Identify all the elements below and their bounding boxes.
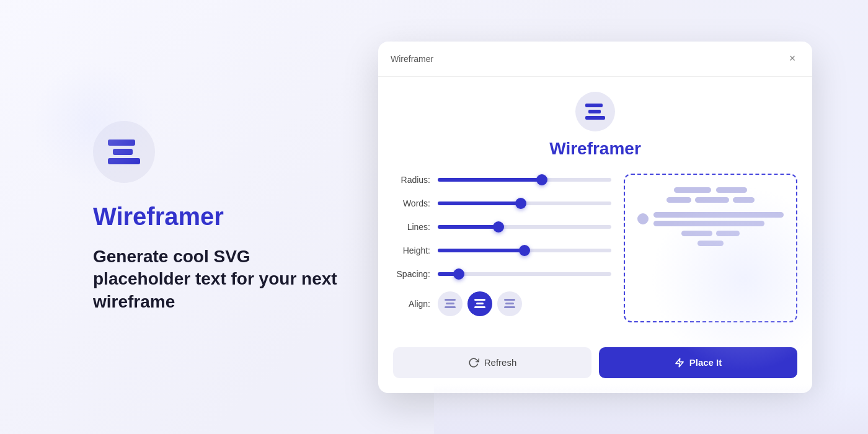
bg-decoration-1	[31, 62, 155, 186]
words-label: Words:	[393, 198, 430, 208]
refresh-label: Refresh	[484, 357, 517, 368]
close-button[interactable]: ×	[785, 51, 800, 66]
app-title-left: Wireframer	[93, 203, 341, 231]
align-right-button[interactable]	[497, 291, 522, 316]
lines-thumb	[493, 221, 504, 232]
spacing-track	[438, 272, 611, 276]
modal-logo-bar-1	[585, 104, 603, 107]
height-slider[interactable]	[438, 244, 611, 257]
modal-logo-bar-2	[588, 110, 601, 113]
bottom-decoration	[434, 384, 868, 434]
words-slider[interactable]	[438, 197, 611, 210]
lines-track	[438, 225, 611, 229]
radius-label: Radius:	[393, 175, 430, 185]
refresh-button[interactable]: Refresh	[393, 347, 591, 378]
modal-app-header: Wireframer	[393, 92, 797, 159]
lines-slider[interactable]	[438, 221, 611, 233]
spacing-label: Spacing:	[393, 269, 430, 279]
align-right-icon	[504, 299, 515, 308]
modal-logo-bar-3	[585, 116, 605, 120]
align-control-row: Align:	[393, 291, 611, 316]
lines-label: Lines:	[393, 222, 430, 232]
modal-logo-circle	[575, 92, 615, 131]
height-label: Height:	[393, 246, 430, 255]
spacing-slider[interactable]	[438, 268, 611, 280]
radius-slider[interactable]	[438, 174, 611, 186]
radius-control-row: Radius:	[393, 174, 611, 186]
bg-decoration-2	[651, 186, 837, 372]
align-left-button[interactable]	[438, 291, 463, 316]
height-control-row: Height:	[393, 244, 611, 257]
controls-section: Radius: Words:	[393, 174, 611, 322]
modal-title-text: Wireframer	[391, 54, 433, 64]
modal-header: Wireframer ×	[378, 42, 812, 77]
modal-logo-icon	[585, 104, 605, 120]
spacing-thumb	[453, 268, 464, 280]
place-icon	[675, 358, 684, 368]
height-track	[438, 249, 611, 252]
words-track	[438, 202, 611, 205]
radius-track	[438, 178, 611, 182]
spacing-control-row: Spacing:	[393, 268, 611, 280]
lines-control-row: Lines:	[393, 221, 611, 233]
align-label: Align:	[393, 299, 430, 309]
words-fill	[438, 202, 521, 205]
modal-app-title: Wireframer	[549, 139, 641, 159]
align-left-icon	[445, 299, 456, 308]
align-center-icon	[474, 299, 485, 308]
lines-fill	[438, 225, 498, 229]
words-thumb	[515, 198, 526, 209]
align-center-button[interactable]	[467, 291, 492, 316]
align-buttons-group	[438, 291, 522, 316]
svg-marker-0	[676, 358, 683, 366]
refresh-icon	[468, 357, 479, 368]
app-tagline: Generate cool SVG placeholder text for y…	[93, 246, 341, 313]
words-control-row: Words:	[393, 197, 611, 210]
radius-thumb	[536, 174, 547, 185]
height-fill	[438, 249, 525, 252]
radius-fill	[438, 178, 542, 182]
height-thumb	[519, 245, 530, 256]
